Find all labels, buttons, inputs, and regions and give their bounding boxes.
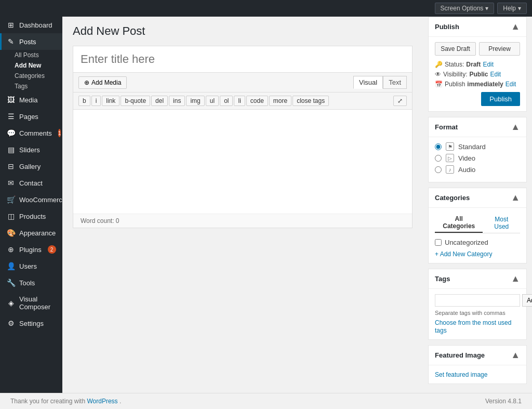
sidebar-sub-add-new[interactable]: Add New bbox=[0, 60, 62, 71]
visibility-edit-link[interactable]: Edit bbox=[490, 71, 501, 78]
fmt-expand[interactable]: ⤢ bbox=[393, 96, 407, 106]
add-media-label: Add Media bbox=[91, 79, 121, 86]
tools-icon: 🔧 bbox=[7, 279, 15, 287]
sidebar-item-appearance[interactable]: 🎨 Appearance bbox=[0, 225, 62, 241]
sidebar-sub-tags[interactable]: Tags bbox=[0, 81, 62, 91]
fmt-ol[interactable]: ol bbox=[220, 96, 233, 106]
screen-options-button[interactable]: Screen Options ▾ bbox=[435, 3, 495, 14]
help-label: Help bbox=[503, 5, 516, 12]
tab-text[interactable]: Text bbox=[383, 76, 407, 89]
sidebar-item-label: Media bbox=[19, 96, 37, 104]
sidebar-item-visual-composer[interactable]: ◈ Visual Composer bbox=[0, 291, 62, 315]
dashboard-icon: ⊞ bbox=[7, 21, 15, 29]
fmt-li[interactable]: li bbox=[234, 96, 245, 106]
sidebar-sub-all-posts[interactable]: All Posts bbox=[0, 50, 62, 60]
add-tag-button[interactable]: Add bbox=[522, 294, 532, 307]
format-metabox-header[interactable]: Format ▲ bbox=[429, 117, 526, 137]
save-draft-button[interactable]: Save Draft bbox=[435, 42, 476, 56]
sidebar-item-plugins[interactable]: ⊕ Plugins 2 bbox=[0, 241, 62, 258]
word-count: Word count: 0 bbox=[81, 217, 119, 225]
status-lock-icon: 🔑 bbox=[435, 61, 443, 68]
set-featured-image-link[interactable]: Set featured image bbox=[435, 371, 487, 378]
editor-body[interactable] bbox=[73, 110, 412, 214]
add-new-category-link[interactable]: + Add New Category bbox=[435, 250, 520, 258]
right-sidebar: Publish ▲ Save Draft Preview 🔑 Status: D… bbox=[423, 17, 532, 393]
format-radio-video[interactable] bbox=[435, 155, 442, 162]
fmt-img[interactable]: img bbox=[186, 96, 204, 106]
sidebar-item-label: Visual Composer bbox=[19, 295, 57, 311]
publish-button[interactable]: Publish bbox=[481, 92, 520, 106]
comments-icon: 💬 bbox=[7, 129, 15, 137]
editor-footer: Word count: 0 bbox=[73, 214, 412, 228]
fmt-del[interactable]: del bbox=[151, 96, 168, 106]
sidebar-item-pages[interactable]: ☰ Pages bbox=[0, 108, 62, 125]
sidebar-item-contact[interactable]: ✉ Contact bbox=[0, 175, 62, 191]
sidebar-item-sliders[interactable]: ▤ Sliders bbox=[0, 141, 62, 158]
contact-icon: ✉ bbox=[7, 179, 15, 187]
featured-image-metabox-header[interactable]: Featured Image ▲ bbox=[429, 346, 526, 365]
tag-input[interactable] bbox=[435, 294, 520, 307]
tags-metabox-header[interactable]: Tags ▲ bbox=[429, 269, 526, 289]
fmt-italic[interactable]: i bbox=[91, 96, 101, 106]
comments-badge: 1 bbox=[58, 129, 61, 137]
fmt-close-tags[interactable]: close tags bbox=[292, 96, 329, 106]
sidebar-item-woocommerce[interactable]: 🛒 WooCommerce bbox=[0, 191, 62, 208]
sidebar-item-settings[interactable]: ⚙ Settings bbox=[0, 315, 62, 332]
sidebar-item-posts[interactable]: ✎ Posts bbox=[0, 33, 62, 50]
preview-button[interactable]: Preview bbox=[479, 42, 520, 56]
publish-time-value: immediately bbox=[467, 81, 503, 88]
fmt-code[interactable]: code bbox=[246, 96, 268, 106]
format-standard-label: Standard bbox=[458, 143, 486, 151]
featured-image-metabox-title: Featured Image bbox=[435, 351, 485, 359]
fmt-bquote[interactable]: b-quote bbox=[121, 96, 150, 106]
status-edit-link[interactable]: Edit bbox=[483, 61, 494, 68]
sidebar-item-users[interactable]: 👤 Users bbox=[0, 258, 62, 274]
add-media-icon: ⊕ bbox=[84, 79, 89, 86]
tags-metabox: Tags ▲ Add Separate tags with commas Cho… bbox=[428, 269, 527, 340]
format-radio-standard[interactable] bbox=[435, 143, 442, 150]
content-area: Add New Post ⊕ Add Media Visual Text b i… bbox=[62, 17, 423, 393]
sidebar-sub-categories[interactable]: Categories bbox=[0, 71, 62, 81]
publish-visibility-row: 👁 Visibility: Public Edit bbox=[435, 71, 520, 78]
users-icon: 👤 bbox=[7, 262, 15, 270]
add-media-button[interactable]: ⊕ Add Media bbox=[78, 76, 127, 89]
publish-status-row: 🔑 Status: Draft Edit bbox=[435, 61, 520, 68]
sidebar-item-gallery[interactable]: ⊟ Gallery bbox=[0, 158, 62, 175]
category-tabs: All Categories Most Used bbox=[435, 213, 520, 233]
publish-time-row: 📅 Publish immediately Edit bbox=[435, 81, 520, 88]
featured-image-toggle-icon: ▲ bbox=[511, 350, 520, 361]
fmt-ins[interactable]: ins bbox=[169, 96, 185, 106]
tab-visual[interactable]: Visual bbox=[353, 76, 383, 89]
sidebar-item-products[interactable]: ◫ Products bbox=[0, 208, 62, 225]
fmt-bold[interactable]: b bbox=[78, 96, 90, 106]
publish-metabox-header[interactable]: Publish ▲ bbox=[429, 17, 526, 37]
sidebar-item-media[interactable]: 🖼 Media bbox=[0, 91, 62, 108]
categories-metabox: Categories ▲ All Categories Most Used Un… bbox=[428, 188, 527, 263]
status-value: Draft bbox=[466, 61, 481, 68]
wordpress-link[interactable]: WordPress bbox=[87, 398, 117, 405]
sidebar-item-label: Products bbox=[19, 213, 46, 220]
help-chevron: ▾ bbox=[518, 5, 521, 12]
sidebar-item-label: WooCommerce bbox=[19, 196, 62, 204]
help-button[interactable]: Help ▾ bbox=[497, 3, 527, 14]
categories-metabox-header[interactable]: Categories ▲ bbox=[429, 188, 526, 208]
publish-toggle-icon: ▲ bbox=[511, 21, 520, 32]
publish-button-row: Publish bbox=[435, 92, 520, 106]
publish-metabox: Publish ▲ Save Draft Preview 🔑 Status: D… bbox=[428, 17, 527, 112]
tags-toggle-icon: ▲ bbox=[511, 273, 520, 284]
sidebar-item-comments[interactable]: 💬 Comments 1 bbox=[0, 125, 62, 141]
format-radio-audio[interactable] bbox=[435, 166, 442, 173]
page-footer: Thank you for creating with WordPress . … bbox=[0, 393, 532, 409]
publish-time-edit-link[interactable]: Edit bbox=[506, 81, 516, 88]
cat-tab-most-used[interactable]: Most Used bbox=[483, 213, 520, 233]
fmt-more[interactable]: more bbox=[269, 96, 291, 106]
category-checkbox-uncategorized[interactable] bbox=[435, 239, 442, 246]
fmt-ul[interactable]: ul bbox=[206, 96, 219, 106]
fmt-link[interactable]: link bbox=[102, 96, 119, 106]
sidebar-item-dashboard[interactable]: ⊞ Dashboard bbox=[0, 17, 62, 33]
choose-tags-link[interactable]: Choose from the most used tags bbox=[435, 319, 511, 334]
post-title-input[interactable] bbox=[73, 46, 412, 73]
cat-tab-all[interactable]: All Categories bbox=[435, 213, 483, 233]
top-bar: Screen Options ▾ Help ▾ bbox=[0, 0, 532, 17]
sidebar-item-tools[interactable]: 🔧 Tools bbox=[0, 274, 62, 291]
